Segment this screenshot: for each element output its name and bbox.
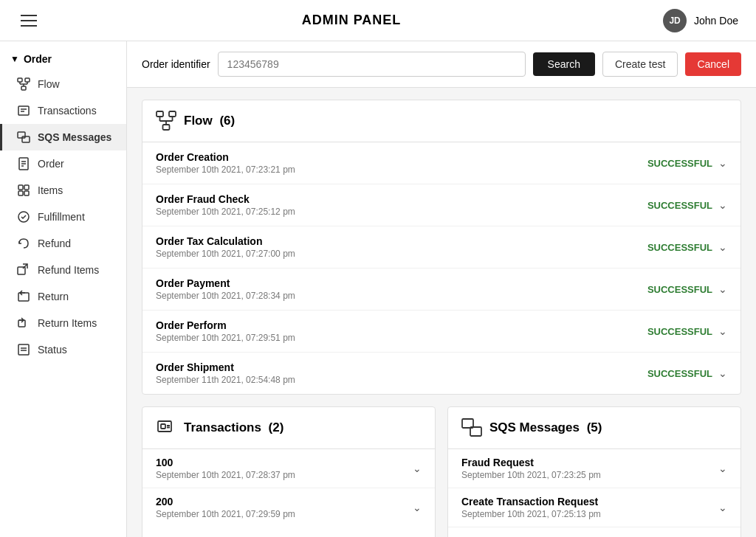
- sidebar-item-return[interactable]: Return: [0, 283, 126, 310]
- flow-item-right: SUCCESSFUL ⌄: [647, 367, 727, 379]
- chevron-down-icon[interactable]: ⌄: [718, 157, 727, 169]
- chevron-down-icon[interactable]: ⌄: [718, 199, 727, 211]
- transaction-item-date: September 10th 2021, 07:29:59 pm: [156, 509, 295, 519]
- chevron-down-icon[interactable]: ⌄: [718, 283, 727, 295]
- search-bar: Order identifier Search Create test Canc…: [127, 41, 756, 88]
- transactions-section-icon: [156, 418, 176, 438]
- search-button[interactable]: Search: [533, 52, 595, 76]
- items-icon: [17, 184, 30, 197]
- sidebar-label-refund-items: Refund Items: [38, 264, 99, 276]
- sidebar-label-refund: Refund: [38, 238, 71, 249]
- flow-item-name: Order Creation: [156, 151, 295, 163]
- flow-item-right: SUCCESSFUL ⌄: [647, 157, 727, 169]
- user-area: JD John Doe: [663, 9, 738, 32]
- flow-card: Flow (6) Order Creation September 10th 2…: [142, 100, 741, 395]
- sidebar-label-return: Return: [38, 291, 69, 302]
- flow-item-info: Order Fraud Check September 10th 2021, 0…: [156, 193, 295, 217]
- sidebar-section-order[interactable]: ▼ Order: [0, 47, 126, 71]
- sidebar-item-order[interactable]: Order: [0, 150, 126, 177]
- order-icon: [17, 157, 30, 170]
- sidebar-label-sqs: SQS Messages: [38, 131, 111, 143]
- sidebar-label-transactions: Transactions: [38, 105, 97, 117]
- content-wrapper: Order identifier Search Create test Canc…: [127, 41, 756, 537]
- sidebar-item-flow[interactable]: Flow: [0, 71, 126, 97]
- flow-item-name: Order Tax Calculation: [156, 235, 295, 247]
- transaction-item-name: 100: [156, 457, 295, 468]
- svg-rect-8: [18, 106, 29, 115]
- flow-item-info: Order Payment September 10th 2021, 07:28…: [156, 277, 295, 301]
- flow-item[interactable]: Order Creation September 10th 2021, 07:2…: [142, 142, 740, 184]
- transactions-title: Transactions (2): [184, 420, 284, 435]
- transactions-card: Transactions (2) 100 September 10th 2021…: [142, 406, 436, 537]
- fulfillment-icon: [17, 210, 30, 224]
- sidebar-item-items[interactable]: Items: [0, 177, 126, 204]
- sidebar-item-fulfillment[interactable]: Fulfillment: [0, 204, 126, 230]
- sqs-item[interactable]: Create Transaction Request September 10t…: [448, 488, 740, 527]
- sidebar-item-status[interactable]: Status: [0, 336, 126, 363]
- sidebar-label-order: Order: [38, 158, 64, 170]
- hamburger-menu[interactable]: [18, 12, 40, 30]
- flow-item-info: Order Shipment September 11th 2021, 02:5…: [156, 361, 295, 385]
- flow-item[interactable]: Order Fraud Check September 10th 2021, 0…: [142, 184, 740, 226]
- flow-item[interactable]: Order Shipment September 11th 2021, 02:5…: [142, 353, 740, 394]
- svg-rect-19: [18, 191, 23, 195]
- svg-rect-18: [24, 185, 29, 190]
- sqs-item-info: Fraud Request September 10th 2021, 07:23…: [461, 457, 601, 480]
- flow-icon: [17, 77, 30, 91]
- flow-item[interactable]: Order Perform September 10th 2021, 07:29…: [142, 311, 740, 353]
- sqs-item[interactable]: Fraud Request September 10th 2021, 07:23…: [448, 449, 740, 488]
- app-header: ADMIN PANEL JD John Doe: [0, 0, 756, 41]
- svg-rect-39: [158, 421, 171, 432]
- refund-items-icon: [17, 263, 30, 277]
- sidebar: ▼ Order Flow: [0, 41, 127, 537]
- flow-item-info: Order Creation September 10th 2021, 07:2…: [156, 151, 295, 175]
- flow-item-date: September 11th 2021, 02:54:48 pm: [156, 375, 295, 385]
- transactions-header: Transactions (2): [142, 407, 435, 449]
- flow-item-date: September 10th 2021, 07:23:21 pm: [156, 164, 295, 175]
- svg-rect-33: [163, 125, 170, 130]
- sidebar-item-return-items[interactable]: Return Items: [0, 310, 126, 336]
- sidebar-item-transactions[interactable]: Transactions: [0, 97, 126, 124]
- transaction-item[interactable]: 100 September 10th 2021, 07:28:37 pm ⌄: [142, 449, 435, 488]
- sidebar-section-label: Order: [24, 53, 52, 65]
- svg-rect-28: [18, 344, 29, 355]
- flow-item-right: SUCCESSFUL ⌄: [647, 325, 727, 337]
- chevron-down-icon[interactable]: ⌄: [718, 241, 727, 253]
- search-label: Order identifier: [142, 58, 210, 70]
- flow-items-list: Order Creation September 10th 2021, 07:2…: [142, 142, 740, 394]
- sqs-items-list: Fraud Request September 10th 2021, 07:23…: [448, 449, 740, 537]
- app-title: ADMIN PANEL: [302, 13, 402, 28]
- flow-item-name: Order Fraud Check: [156, 193, 295, 205]
- sqs-item-name: Fraud Request: [461, 457, 601, 468]
- sqs-item-date: September 10th 2021, 07:25:13 pm: [461, 509, 601, 519]
- sqs-item[interactable]: Payment Capture Request September 10th 2…: [448, 527, 740, 537]
- transaction-item[interactable]: 200 September 10th 2021, 07:29:59 pm ⌄: [142, 488, 435, 527]
- flow-section-icon: [156, 111, 176, 131]
- chevron-down-icon[interactable]: ⌄: [413, 462, 422, 474]
- create-test-button[interactable]: Create test: [602, 52, 678, 77]
- flow-item[interactable]: Order Tax Calculation September 10th 202…: [142, 226, 740, 268]
- sidebar-item-sqs-messages[interactable]: SQS Messages: [0, 124, 126, 150]
- svg-rect-31: [157, 111, 163, 117]
- chevron-down-icon[interactable]: ⌄: [718, 462, 727, 474]
- sidebar-item-refund[interactable]: Refund: [0, 230, 126, 257]
- sqs-item-date: September 10th 2021, 07:23:25 pm: [461, 470, 601, 480]
- status-badge: SUCCESSFUL: [647, 158, 712, 169]
- cancel-button[interactable]: Cancel: [685, 52, 741, 76]
- sidebar-item-refund-items[interactable]: Refund Items: [0, 257, 126, 283]
- chevron-down-icon[interactable]: ⌄: [718, 325, 727, 337]
- chevron-down-icon[interactable]: ⌄: [413, 502, 422, 513]
- flow-item[interactable]: Order Payment September 10th 2021, 07:28…: [142, 268, 740, 311]
- svg-rect-1: [25, 78, 30, 82]
- svg-rect-12: [22, 136, 30, 142]
- svg-rect-26: [18, 320, 25, 327]
- sidebar-label-items: Items: [38, 184, 63, 196]
- chevron-down-icon[interactable]: ⌄: [718, 367, 727, 379]
- sidebar-label-return-items: Return Items: [38, 317, 97, 329]
- search-input[interactable]: [218, 52, 526, 77]
- flow-item-right: SUCCESSFUL ⌄: [647, 283, 727, 295]
- transaction-item-name: 200: [156, 496, 295, 507]
- flow-item-date: September 10th 2021, 07:25:12 pm: [156, 207, 295, 217]
- return-icon: [17, 290, 30, 303]
- chevron-down-icon[interactable]: ⌄: [718, 502, 727, 513]
